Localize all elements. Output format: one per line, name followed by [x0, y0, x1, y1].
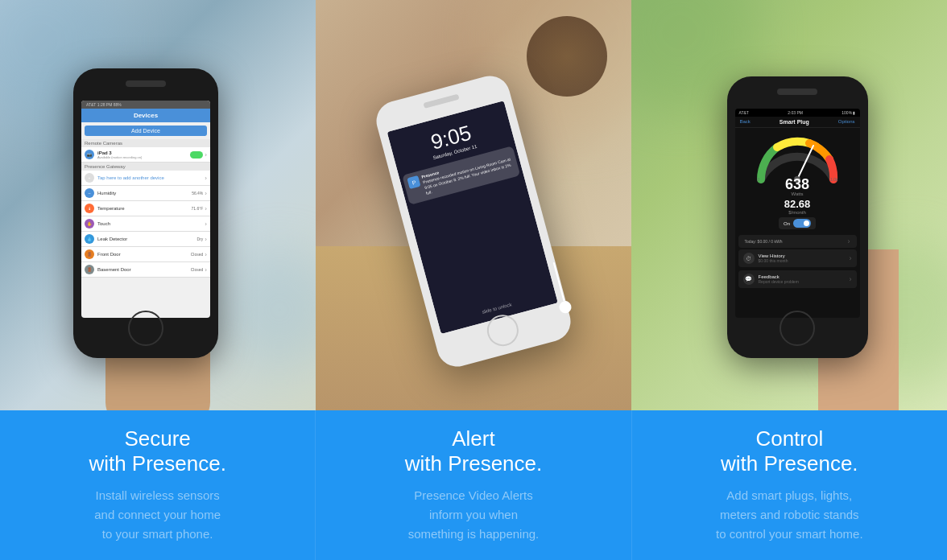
- app-1-title: Devices: [134, 112, 158, 119]
- energy-app: AT&T 2:03 PM 100% ▮ Back Smart Plug Opti…: [735, 109, 860, 318]
- phone-3-screen: AT&T 2:03 PM 100% ▮ Back Smart Plug Opti…: [735, 109, 860, 318]
- app-1-leak-label: Leak Detector: [97, 237, 197, 241]
- svg-text:0: 0: [757, 177, 759, 182]
- text-section: Secure with Presence. Install wireless s…: [0, 410, 947, 560]
- energy-watts-display: 638: [785, 177, 809, 191]
- energy-gauge-section: 0 1.0k 638 Watts 82.68 $/month: [735, 128, 860, 235]
- panel-control: AT&T 2:03 PM 100% ▮ Back Smart Plug Opti…: [631, 0, 947, 410]
- earphones: [548, 261, 558, 315]
- app-1-ipad-label: iPad 3 Available (motion recording on): [97, 150, 188, 159]
- energy-on-toggle[interactable]: On: [779, 217, 816, 229]
- svg-text:1.0k: 1.0k: [830, 177, 838, 182]
- app-1-add-button[interactable]: Add Device: [85, 126, 207, 136]
- app-1-touch-icon: ✋: [85, 219, 94, 229]
- app-1-item-frontdoor: 🚪 Front Door Closed ›: [81, 247, 210, 262]
- app-1-add-label: Tap here to add another device: [97, 175, 205, 180]
- app-1-section-gateway: Presence Gateway: [81, 163, 210, 171]
- energy-history-content: View History $0.00 this month: [759, 253, 850, 263]
- text-panel-alert: Alert with Presence. Presence Video Aler…: [316, 410, 631, 560]
- app-1-humidity-icon: ~: [85, 188, 94, 198]
- energy-time: 2:03 PM: [788, 110, 803, 115]
- secure-title: Secure with Presence.: [89, 426, 226, 476]
- energy-history-sub: $0.00 this month: [759, 258, 850, 263]
- app-1-ipad-toggle[interactable]: [190, 151, 203, 159]
- app-1-status-bar: AT&T 1:28 PM 88%: [81, 101, 210, 109]
- app-1-humidity-label: Humidity: [97, 191, 192, 196]
- app-1-item-ipad: 📷 iPad 3 Available (motion recording on)…: [81, 147, 210, 163]
- app-1-temp-icon: 🌡: [85, 204, 94, 213]
- app-1-temp-label: Temperature: [97, 206, 192, 211]
- energy-status-bar: AT&T 2:03 PM 100% ▮: [735, 109, 860, 117]
- phone-3: AT&T 2:03 PM 100% ▮ Back Smart Plug Opti…: [727, 76, 868, 358]
- energy-back[interactable]: Back: [740, 119, 751, 125]
- image-section: AT&T 1:28 PM 88% Devices Add Device Remo…: [0, 0, 947, 410]
- phone-1-frame: AT&T 1:28 PM 88% Devices Add Device Remo…: [73, 68, 218, 358]
- app-1-header: Devices: [81, 109, 210, 122]
- lock-notification: P Presence Presence recorded motion on L…: [402, 146, 520, 204]
- app-1-item-leak: 💧 Leak Detector Dry ›: [81, 232, 210, 247]
- energy-battery: 100% ▮: [842, 110, 855, 115]
- app-1-humidity-value: 56.4%: [192, 191, 203, 196]
- energy-title: Smart Plug: [780, 119, 809, 125]
- energy-feedback-icon: 💬: [743, 274, 755, 285]
- control-title: Control with Presence.: [721, 426, 858, 476]
- panel-secure: AT&T 1:28 PM 88% Devices Add Device Remo…: [0, 0, 316, 410]
- app-1-frontdoor-label: Front Door: [97, 252, 191, 257]
- energy-cost-display: 82.68: [784, 198, 811, 210]
- energy-cost-unit: $/month: [788, 210, 806, 215]
- energy-watts-unit: Watts: [791, 191, 803, 196]
- energy-feedback-arrow: ›: [850, 275, 852, 283]
- energy-nav: Back Smart Plug Options: [735, 117, 860, 128]
- text-panel-secure: Secure with Presence. Install wireless s…: [0, 410, 316, 560]
- phone-2-container: 9:05 Saturday, October 11 P Presence Pre…: [316, 0, 631, 410]
- app-1-frontdoor-icon: 🚪: [85, 249, 94, 259]
- app-1-item-humidity: ~ Humidity 56.4% ›: [81, 186, 210, 201]
- energy-history-arrow: ›: [850, 254, 852, 262]
- phone-1-container: AT&T 1:28 PM 88% Devices Add Device Remo…: [0, 0, 316, 410]
- app-1-item-basement: 🚪 Basement Door Closed ›: [81, 262, 210, 278]
- energy-carrier: AT&T: [739, 110, 749, 115]
- phone-3-frame: AT&T 2:03 PM 100% ▮ Back Smart Plug Opti…: [727, 76, 868, 358]
- app-1-temp-value: 71.6°F: [192, 206, 204, 211]
- energy-feedback-content: Feedback Report device problem: [759, 274, 850, 284]
- lock-slide-text: slide to unlock: [482, 302, 512, 315]
- text-panel-control: Control with Presence. Add smart plugs, …: [632, 410, 947, 560]
- energy-history-icon: ⏱: [743, 253, 755, 264]
- app-1-section-cameras: Remote Cameras: [81, 139, 210, 147]
- energy-toggle-switch[interactable]: [793, 219, 811, 228]
- app-1-leak-value: Dry: [197, 237, 204, 241]
- energy-feedback-sub: Report device problem: [759, 279, 850, 284]
- panel-alert: 9:05 Saturday, October 11 P Presence Pre…: [316, 0, 631, 410]
- phone-1: AT&T 1:28 PM 88% Devices Add Device Remo…: [73, 68, 218, 358]
- app-1-basement-label: Basement Door: [97, 267, 191, 272]
- app-1-touch-label: Touch: [97, 221, 205, 226]
- app-1-basement-icon: 🚪: [85, 265, 94, 274]
- lock-notif-icon: P: [407, 175, 420, 189]
- app-1-basement-value: Closed: [191, 267, 204, 272]
- secure-desc: Install wireless sensorsand connect your…: [94, 486, 221, 544]
- alert-desc: Presence Video Alertsinform you whensome…: [408, 486, 540, 544]
- app-devices: AT&T 1:28 PM 88% Devices Add Device Remo…: [81, 101, 210, 318]
- energy-today-label: Today: $0.00 / 0 kWh: [745, 239, 783, 244]
- app-1-item-touch: ✋ Touch ›: [81, 216, 210, 232]
- app-1-frontdoor-value: Closed: [191, 252, 204, 257]
- energy-today-arrow: ›: [848, 237, 850, 245]
- app-1-carrier: AT&T 1:28 PM 88%: [86, 102, 122, 107]
- energy-history-row[interactable]: ⏱ View History $0.00 this month ›: [738, 249, 857, 267]
- energy-toggle-on-label: On: [784, 221, 790, 226]
- smart-plug-screen: AT&T 2:03 PM 100% ▮ Back Smart Plug Opti…: [735, 109, 860, 318]
- app-1-item-add[interactable]: + Tap here to add another device ›: [81, 171, 210, 186]
- energy-today-row[interactable]: Today: $0.00 / 0 kWh ›: [738, 235, 857, 248]
- energy-options[interactable]: Options: [838, 119, 855, 125]
- phone-1-screen: AT&T 1:28 PM 88% Devices Add Device Remo…: [81, 101, 210, 318]
- phone-3-container: AT&T 2:03 PM 100% ▮ Back Smart Plug Opti…: [631, 0, 947, 410]
- app-1-item-temp: 🌡 Temperature 71.6°F ›: [81, 201, 210, 216]
- control-desc: Add smart plugs, lights,meters and robot…: [716, 486, 863, 544]
- app-1-item-dot: 📷: [85, 150, 94, 159]
- app-1-leak-icon: 💧: [85, 234, 94, 244]
- energy-feedback-row[interactable]: 💬 Feedback Report device problem ›: [738, 270, 857, 288]
- alert-title: Alert with Presence.: [405, 426, 543, 476]
- app-1-add-icon: +: [85, 173, 94, 183]
